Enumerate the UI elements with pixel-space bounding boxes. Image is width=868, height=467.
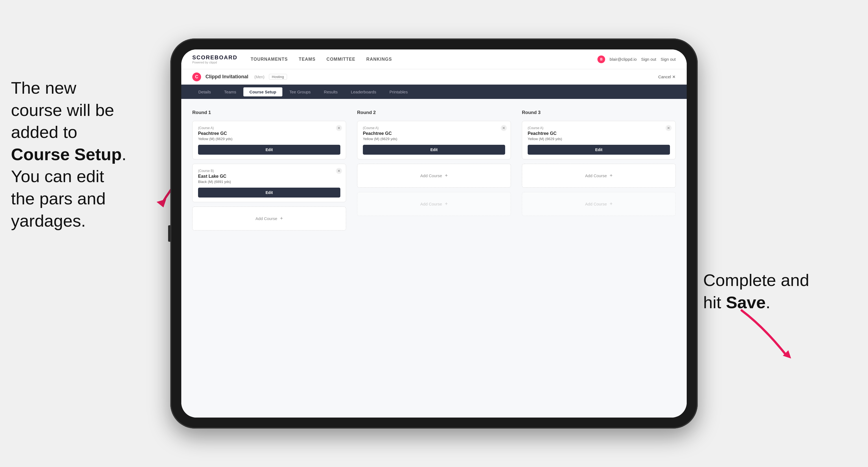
round-3-column: Round 3 ✕ (Course A) Peachtree GC Yellow…: [522, 110, 676, 230]
nav-right: B blair@clippd.io Sign out Sign out: [597, 56, 676, 63]
tab-printables[interactable]: Printables: [383, 87, 414, 96]
round3-add-course-plus-icon: +: [610, 173, 613, 178]
right-annotation-bold: Save: [726, 293, 766, 312]
tablet-shell: SCOREBOARD Powered by clippd TOURNAMENTS…: [170, 38, 698, 429]
tab-results[interactable]: Results: [318, 87, 344, 96]
nav-links: TOURNAMENTS TEAMS COMMITTEE RANKINGS: [250, 56, 584, 63]
logo-scoreboard: SCOREBOARD: [192, 54, 237, 61]
round1-course-b-card: ✕ (Course B) East Lake GC Black (M) (689…: [192, 164, 346, 202]
user-email: blair@clippd.io: [610, 57, 637, 62]
svg-marker-1: [783, 350, 791, 359]
right-annotation: Complete and hit Save.: [703, 269, 846, 313]
hosting-badge: Hosting: [269, 74, 287, 80]
tournament-gender: (Men): [254, 75, 265, 79]
round1-course-a-edit-button[interactable]: Edit: [198, 145, 340, 155]
round-2-label: Round 2: [357, 110, 511, 115]
round3-add-course-disabled-button: Add Course +: [522, 192, 676, 216]
user-avatar: B: [597, 56, 605, 63]
nav-link-tournaments[interactable]: TOURNAMENTS: [250, 56, 288, 63]
sign-out-link[interactable]: Sign out: [641, 57, 656, 62]
round2-add-course-active-button[interactable]: Add Course +: [357, 164, 511, 188]
nav-link-teams[interactable]: TEAMS: [299, 56, 316, 63]
round1-course-a-delete-icon[interactable]: ✕: [336, 125, 342, 131]
round2-add-course-disabled-button: Add Course +: [357, 192, 511, 216]
round2-course-a-tag: (Course A): [363, 126, 505, 130]
tab-teams[interactable]: Teams: [218, 87, 242, 96]
round1-add-course-plus-icon: +: [280, 216, 283, 221]
round-3-label: Round 3: [522, 110, 676, 115]
nav-link-committee[interactable]: COMMITTEE: [327, 56, 355, 63]
tablet-screen: SCOREBOARD Powered by clippd TOURNAMENTS…: [181, 50, 687, 417]
round1-course-b-name: East Lake GC: [198, 174, 340, 179]
round2-course-a-details: Yellow (M) (6629 yds): [363, 137, 505, 141]
round1-course-b-details: Black (M) (6891 yds): [198, 180, 340, 184]
logo-powered: Powered by clippd: [192, 61, 237, 64]
sign-out-link-text[interactable]: Sign out: [661, 57, 676, 62]
tournament-logo: C: [192, 72, 201, 81]
round3-course-a-details: Yellow (M) (6629 yds): [528, 137, 670, 141]
cancel-button[interactable]: Cancel ✕: [658, 74, 676, 80]
round3-course-a-edit-button[interactable]: Edit: [528, 145, 670, 155]
round3-course-a-tag: (Course A): [528, 126, 670, 130]
round3-course-a-name: Peachtree GC: [528, 131, 670, 136]
side-button: [168, 225, 170, 242]
logo-area: SCOREBOARD Powered by clippd: [192, 54, 237, 64]
left-annotation: The new course will be added to Course S…: [11, 77, 170, 232]
round-2-column: Round 2 ✕ (Course A) Peachtree GC Yellow…: [357, 110, 511, 230]
tournament-title-row: C Clippd Invitational (Men) Hosting: [192, 72, 287, 81]
round2-course-a-name: Peachtree GC: [363, 131, 505, 136]
round3-add-course-disabled-plus-icon: +: [610, 201, 613, 207]
tab-bar: Details Teams Course Setup Tee Groups Re…: [181, 85, 687, 99]
round1-add-course-button[interactable]: Add Course +: [192, 207, 346, 230]
rounds-container: Round 1 ✕ (Course A) Peachtree GC Yellow…: [192, 110, 676, 230]
round2-course-a-delete-icon[interactable]: ✕: [501, 125, 507, 131]
nav-link-rankings[interactable]: RANKINGS: [366, 56, 392, 63]
tournament-bar: C Clippd Invitational (Men) Hosting Canc…: [181, 69, 687, 85]
right-arrow: [731, 305, 808, 365]
main-content: Round 1 ✕ (Course A) Peachtree GC Yellow…: [181, 99, 687, 417]
round3-add-course-active-button[interactable]: Add Course +: [522, 164, 676, 188]
round3-course-a-delete-icon[interactable]: ✕: [665, 125, 672, 131]
tournament-name: Clippd Invitational: [206, 74, 248, 80]
top-nav: SCOREBOARD Powered by clippd TOURNAMENTS…: [181, 50, 687, 69]
round1-course-a-details: Yellow (M) (6629 yds): [198, 137, 340, 141]
round1-course-a-name: Peachtree GC: [198, 131, 340, 136]
left-annotation-bold: Course Setup: [11, 145, 122, 164]
round2-add-course-plus-icon: +: [445, 173, 448, 178]
round1-course-b-edit-button[interactable]: Edit: [198, 188, 340, 197]
round2-course-a-edit-button[interactable]: Edit: [363, 145, 505, 155]
round1-course-a-tag: (Course A): [198, 126, 340, 130]
round2-add-course-disabled-plus-icon: +: [445, 201, 448, 207]
round1-course-a-card: ✕ (Course A) Peachtree GC Yellow (M) (66…: [192, 121, 346, 159]
tab-leaderboards[interactable]: Leaderboards: [345, 87, 382, 96]
tab-tee-groups[interactable]: Tee Groups: [283, 87, 317, 96]
app-content: SCOREBOARD Powered by clippd TOURNAMENTS…: [181, 50, 687, 417]
round1-course-b-delete-icon[interactable]: ✕: [336, 168, 342, 174]
round-1-column: Round 1 ✕ (Course A) Peachtree GC Yellow…: [192, 110, 346, 230]
round1-course-b-tag: (Course B): [198, 169, 340, 173]
round2-course-a-card: ✕ (Course A) Peachtree GC Yellow (M) (66…: [357, 121, 511, 159]
tab-details[interactable]: Details: [192, 87, 217, 96]
round3-course-a-card: ✕ (Course A) Peachtree GC Yellow (M) (66…: [522, 121, 676, 159]
round-1-label: Round 1: [192, 110, 346, 115]
tab-course-setup[interactable]: Course Setup: [243, 87, 282, 96]
